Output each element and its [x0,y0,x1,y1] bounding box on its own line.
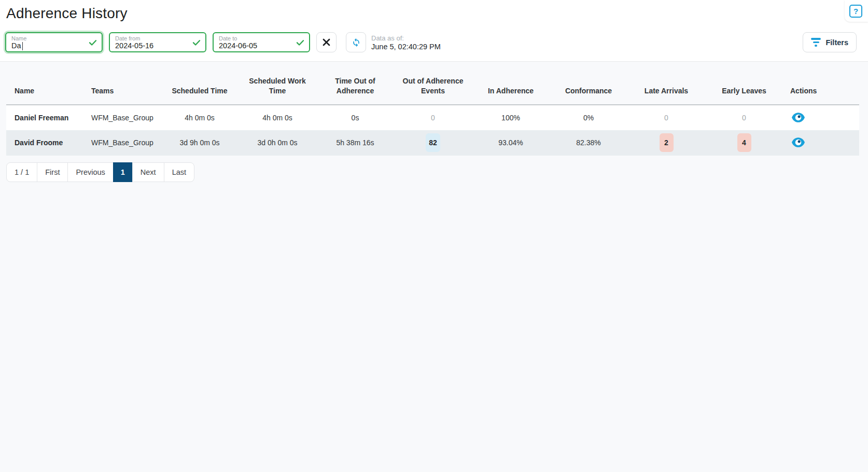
cell-late-arrivals: 2 [627,130,705,156]
pagination: 1 / 1 First Previous 1 Next Last [6,162,194,182]
help-icon[interactable]: ? [849,5,862,18]
events-badge: 82 [426,133,440,152]
column-header-late-arrivals: Late Arrivals [627,62,705,105]
cell-conformance: 0% [550,105,627,130]
checkmark-icon [192,38,201,47]
filters-button[interactable]: Filters [803,32,857,52]
refresh-button[interactable] [346,32,366,52]
early-leaves-badge: 4 [737,133,751,152]
date-to-label: Date to [219,35,293,41]
column-header-time-out-of-adherence: Time Out of Adherence [316,62,394,105]
page-title: Adherence History [5,5,863,22]
cell-teams: WFM_Base_Group [83,105,161,130]
name-field-label: Name [11,35,86,41]
adherence-history-page: ? Adherence History Name Date from D [0,0,868,472]
help-card: ? [845,0,868,22]
clear-filters-button[interactable] [316,32,337,52]
cell-early-leaves: 4 [705,130,783,156]
date-from-input[interactable] [115,41,190,50]
data-as-of-label: Data as of: [371,34,441,43]
cell-scheduled-time: 4h 0m 0s [161,105,239,130]
cell-in-adherence: 93.04% [472,130,550,156]
cell-teams: WFM_Base_Group [83,130,161,156]
adherence-table: Name Teams Scheduled Time Scheduled Work… [6,62,859,156]
column-header-conformance: Conformance [550,62,627,105]
column-header-name: Name [6,62,83,105]
table-row: Daniel Freeman WFM_Base_Group 4h 0m 0s 4… [6,105,859,130]
cell-conformance: 82.38% [550,130,627,156]
cell-actions [783,130,859,156]
filter-funnel-icon [811,38,821,47]
date-to-field[interactable]: Date to [213,32,310,52]
checkmark-icon [88,38,97,47]
data-as-of: Data as of: June 5, 02:40:29 PM [371,34,441,51]
column-header-out-of-adherence-events: Out of Adherence Events [394,62,472,105]
cell-name: David Froome [6,130,83,156]
cell-out-of-adherence-events: 0 [394,105,472,130]
cell-name: Daniel Freeman [6,105,83,130]
page-indicator: 1 / 1 [6,162,37,182]
text-caret [22,42,23,50]
pagination-next-button[interactable]: Next [132,162,164,182]
eye-icon [791,137,805,148]
column-header-scheduled-time: Scheduled Time [161,62,239,105]
data-as-of-value: June 5, 02:40:29 PM [371,43,441,51]
cell-scheduled-work-time: 3d 0h 0m 0s [239,130,316,156]
column-header-in-adherence: In Adherence [472,62,550,105]
cell-early-leaves: 0 [705,105,783,130]
view-details-button[interactable] [791,136,805,149]
pagination-current-page[interactable]: 1 [113,162,133,182]
cell-time-out-of-adherence: 5h 38m 16s [316,130,394,156]
view-details-button[interactable] [791,111,805,124]
name-field[interactable]: Name [5,32,103,52]
cell-in-adherence: 100% [472,105,550,130]
late-arrivals-badge: 2 [660,133,674,152]
date-from-label: Date from [115,35,190,41]
cell-time-out-of-adherence: 0s [316,105,394,130]
column-header-early-leaves: Early Leaves [705,62,783,105]
cell-actions [783,105,859,130]
table-row: David Froome WFM_Base_Group 3d 9h 0m 0s … [6,130,859,156]
cell-scheduled-work-time: 4h 0m 0s [239,105,316,130]
column-header-scheduled-work-time: Scheduled Work Time [239,62,316,105]
checkmark-icon [296,38,305,47]
pagination-first-button[interactable]: First [37,162,68,182]
cell-scheduled-time: 3d 9h 0m 0s [161,130,239,156]
pagination-previous-button[interactable]: Previous [67,162,113,182]
cell-late-arrivals: 0 [627,105,705,130]
table-header-row: Name Teams Scheduled Time Scheduled Work… [6,62,859,105]
eye-icon [791,112,805,123]
date-from-field[interactable]: Date from [109,32,206,52]
header-section: Adherence History Name Date from Date to [0,0,868,62]
refresh-icon [351,37,361,48]
pagination-last-button[interactable]: Last [164,162,194,182]
filters-button-label: Filters [825,38,848,47]
filter-bar: Name Date from Date to [5,32,863,61]
date-to-input[interactable] [219,41,293,50]
close-icon [322,38,331,47]
column-header-actions: Actions [783,62,859,105]
cell-out-of-adherence-events: 82 [394,130,472,156]
column-header-teams: Teams [83,62,161,105]
